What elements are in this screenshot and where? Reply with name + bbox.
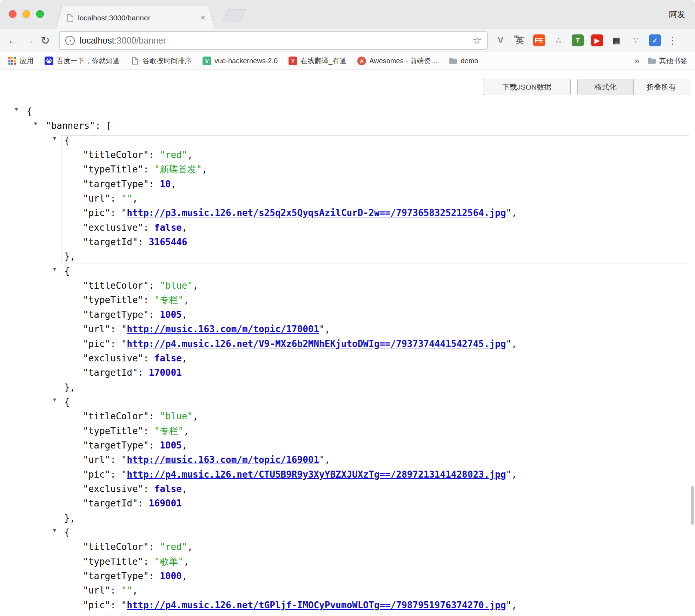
json-number-value: 3165446 (149, 237, 187, 247)
bookmark-item[interactable]: AAwesomes - 前端资… (357, 56, 438, 66)
new-tab-button[interactable] (223, 9, 246, 22)
json-token: , (325, 324, 330, 334)
qr-code-icon[interactable]: ▦ (610, 34, 623, 47)
window-minimize-button[interactable] (22, 10, 30, 18)
json-token: " (319, 454, 325, 465)
json-key: "exclusive" (83, 222, 143, 233)
json-line: "targetId": 169001 (0, 496, 695, 511)
browser-tab[interactable]: localhost:3000/banner ✕ (55, 6, 215, 29)
json-token: : (138, 237, 149, 247)
bookmark-item[interactable]: Vvue-hackernews-2.0 (203, 57, 278, 65)
json-line: "targetType": 1005, (0, 438, 695, 453)
tab-strip: localhost:3000/banner ✕ 阿发 (0, 0, 695, 29)
apps-grid-icon (8, 57, 16, 65)
window-zoom-button[interactable] (36, 10, 44, 18)
json-number-value: 1005 (160, 440, 182, 451)
fe-icon[interactable]: FE (532, 34, 546, 47)
json-line: ▼"banners": [ (0, 119, 695, 133)
json-line: ▼{ (0, 133, 695, 148)
translate-icon[interactable]: 英en (513, 34, 527, 47)
bookmark-item[interactable]: demo (449, 57, 478, 65)
json-key: "targetType" (83, 309, 149, 320)
json-token: " (121, 339, 127, 349)
json-token: , (182, 484, 187, 494)
folder-icon (647, 57, 656, 65)
json-line: ▼{ (0, 264, 695, 278)
tampermonkey-icon[interactable]: T (571, 34, 584, 47)
json-line: }, (0, 511, 695, 525)
bookmark-label: 在线翻译_有道 (300, 56, 346, 66)
json-link-value[interactable]: http://music.163.com/m/topic/169001 (127, 454, 319, 465)
youtube-icon[interactable]: ▶ (590, 34, 604, 47)
collapse-caret-icon[interactable]: ▼ (53, 527, 56, 533)
translate-icon-sub-label: en (514, 34, 518, 38)
traffic-lights (9, 10, 44, 18)
tab-close-icon[interactable]: ✕ (200, 14, 206, 22)
browser-menu-icon[interactable]: ⋮ (666, 35, 679, 46)
json-line: "url": "http://music.163.com/m/topic/170… (0, 322, 695, 336)
reload-button[interactable]: ↻ (37, 32, 53, 48)
back-button[interactable]: ← (5, 32, 21, 48)
json-token: : (149, 542, 160, 552)
json-token: { (64, 266, 70, 276)
bookmark-item[interactable]: 谷歌按时间排序 (131, 56, 192, 66)
paw-icon[interactable]: ∵ (629, 34, 642, 47)
bookmark-item[interactable]: 百度一下，你就知道 (45, 56, 120, 66)
json-token: , (187, 542, 193, 552)
json-token: : (149, 571, 160, 581)
folder-icon (449, 57, 457, 65)
json-line: "exclusive": false, (0, 482, 695, 496)
collapse-caret-icon[interactable]: ▼ (53, 135, 56, 142)
json-token: : (143, 295, 154, 305)
shield-check-icon[interactable]: ✓ (648, 34, 662, 47)
json-token: }, (64, 513, 75, 523)
json-token: " (121, 600, 127, 610)
json-token: , (182, 309, 187, 320)
address-bar[interactable]: i localhost:3000/banner ☆ (59, 31, 488, 50)
collapse-caret-icon[interactable]: ▼ (15, 106, 18, 112)
json-token: , (511, 208, 517, 218)
json-link-value[interactable]: http://p3.music.126.net/s25q2x5QyqsAzilC… (127, 208, 506, 218)
other-bookmarks[interactable]: 其他书签 (647, 56, 687, 66)
json-token: }, (64, 251, 75, 262)
page-info-icon[interactable]: i (65, 36, 75, 45)
apps-shortcut[interactable]: 应用 (8, 56, 34, 66)
json-link-value[interactable]: http://p4.music.126.net/V9-MXz6b2MNhEKju… (127, 339, 506, 349)
download-json-button[interactable]: 下载JSON数据 (483, 79, 571, 95)
bookmark-item[interactable]: Y在线翻译_有道 (289, 56, 346, 66)
json-link-value[interactable]: http://p4.music.126.net/CTU5B9R9y3XyYBZX… (127, 469, 506, 480)
window-close-button[interactable] (9, 10, 16, 18)
json-line: ▼{ (0, 395, 695, 409)
json-token: , (193, 411, 198, 421)
json-line: "url": "", (0, 191, 695, 206)
tab-title: localhost:3000/banner (78, 14, 196, 22)
forward-button[interactable]: → (21, 32, 37, 48)
collapse-caret-icon[interactable]: ▼ (34, 120, 37, 127)
json-token: " (121, 469, 127, 480)
bookmarks-overflow-chevron-icon[interactable]: » (635, 55, 640, 66)
json-token: " (506, 208, 511, 218)
json-line: "url": "http://music.163.com/m/topic/169… (0, 453, 695, 467)
json-link-value[interactable]: http://p4.music.126.net/tGPljf-IMOCyPvum… (127, 600, 506, 610)
bookmark-star-icon[interactable]: ☆ (472, 34, 482, 46)
json-token: { (64, 527, 70, 538)
collapse-all-button[interactable]: 折叠所有 (633, 79, 689, 95)
json-key: "exclusive" (83, 484, 143, 494)
json-line: "exclusive": false (0, 612, 695, 616)
json-token: " (506, 339, 511, 349)
collapse-caret-icon[interactable]: ▼ (53, 266, 56, 272)
collapse-caret-icon[interactable]: ▼ (53, 397, 56, 403)
json-key: "targetType" (83, 179, 149, 189)
vimium-icon[interactable]: V (494, 34, 507, 47)
json-line: "titleColor": "blue", (0, 409, 695, 424)
scrollbar-thumb[interactable] (691, 486, 694, 525)
org-chart-icon[interactable]: ∴ (552, 34, 565, 47)
json-line: "typeTitle": "专栏", (0, 293, 695, 307)
json-string-value: "歌单" (154, 556, 184, 567)
letter-icon: A (357, 57, 366, 65)
json-line: "typeTitle": "新碟首发", (0, 162, 695, 177)
json-token: : (149, 411, 160, 421)
format-button[interactable]: 格式化 (578, 79, 633, 95)
json-link-value[interactable]: http://music.163.com/m/topic/170001 (127, 324, 319, 334)
json-number-value: 1000 (160, 571, 182, 581)
